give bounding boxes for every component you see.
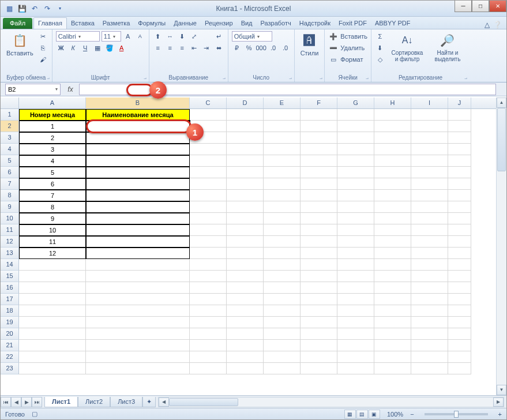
cell[interactable]	[374, 328, 411, 340]
view-pagebreak-button[interactable]: ▣	[369, 410, 380, 419]
cell[interactable]	[86, 213, 190, 224]
cell[interactable]	[86, 201, 190, 213]
cell[interactable]	[301, 340, 337, 351]
format-cells-icon[interactable]: ▭	[328, 54, 339, 65]
cell[interactable]	[227, 247, 264, 259]
cell[interactable]	[374, 340, 411, 351]
row-header[interactable]: 20	[1, 328, 19, 340]
cell[interactable]	[448, 144, 471, 155]
tab-review[interactable]: Рецензир	[201, 18, 237, 29]
find-select-button[interactable]: 🔎 Найти и выделить	[429, 31, 466, 63]
row-header[interactable]: 9	[1, 201, 19, 213]
tab-formulas[interactable]: Формулы	[134, 18, 170, 29]
cell[interactable]	[86, 167, 190, 178]
cell[interactable]	[448, 317, 471, 328]
cell[interactable]	[190, 247, 227, 259]
border-icon[interactable]: ▦	[92, 43, 103, 53]
cell[interactable]	[86, 236, 190, 247]
col-header-b[interactable]: B	[86, 97, 190, 108]
cell[interactable]	[374, 167, 411, 178]
cell[interactable]	[337, 236, 374, 247]
cell[interactable]	[337, 201, 374, 213]
cell[interactable]	[86, 259, 190, 271]
cell[interactable]	[86, 328, 190, 340]
align-center-icon[interactable]: ≡	[165, 43, 175, 53]
cell[interactable]	[411, 236, 448, 247]
cell[interactable]	[301, 190, 337, 201]
cell[interactable]	[411, 132, 448, 144]
cell[interactable]	[448, 190, 471, 201]
grow-font-icon[interactable]: A	[123, 31, 133, 42]
cell[interactable]	[264, 259, 301, 271]
zoom-in-button[interactable]: +	[498, 411, 502, 418]
zoom-value[interactable]: 100%	[387, 411, 403, 418]
copy-icon[interactable]: ⎘	[38, 43, 48, 53]
cell[interactable]	[337, 224, 374, 236]
inc-decimal-icon[interactable]: .0	[268, 43, 279, 53]
cell[interactable]	[411, 351, 448, 363]
cell[interactable]	[411, 155, 448, 167]
cell[interactable]	[227, 132, 264, 144]
cell[interactable]	[190, 167, 227, 178]
cell[interactable]: 4	[19, 155, 86, 167]
cell[interactable]	[190, 282, 227, 294]
cell[interactable]	[86, 155, 190, 167]
insert-cells-label[interactable]: Вставить	[340, 33, 367, 40]
qat-dropdown-icon[interactable]: ▾	[55, 3, 65, 14]
view-layout-button[interactable]: ▤	[356, 410, 368, 419]
cell[interactable]	[301, 167, 337, 178]
comma-icon[interactable]: 000	[256, 43, 266, 53]
shrink-font-icon[interactable]: A	[135, 31, 145, 42]
scroll-right-button[interactable]: ▶	[493, 397, 504, 407]
cell[interactable]	[411, 317, 448, 328]
cell[interactable]	[264, 213, 301, 224]
cell[interactable]	[374, 224, 411, 236]
cell[interactable]	[374, 271, 411, 282]
cell[interactable]	[190, 190, 227, 201]
cell[interactable]	[374, 201, 411, 213]
cell[interactable]	[190, 144, 227, 155]
cell[interactable]	[264, 167, 301, 178]
row-header[interactable]: 8	[1, 190, 19, 201]
dec-decimal-icon[interactable]: .0	[280, 43, 291, 53]
row-header[interactable]: 15	[1, 271, 19, 282]
cell[interactable]	[337, 213, 374, 224]
cell[interactable]	[301, 109, 337, 121]
redo-icon[interactable]: ↷	[42, 3, 52, 14]
row-header[interactable]: 12	[1, 236, 19, 247]
cell[interactable]	[19, 271, 86, 282]
cell[interactable]	[227, 213, 264, 224]
cell[interactable]	[411, 121, 448, 132]
cell[interactable]: 12	[19, 247, 86, 259]
cell[interactable]	[374, 155, 411, 167]
cell[interactable]	[190, 363, 227, 374]
cell[interactable]	[264, 317, 301, 328]
delete-cells-icon[interactable]: ➖	[328, 43, 339, 53]
format-cells-label[interactable]: Формат	[340, 56, 363, 63]
delete-cells-label[interactable]: Удалить	[340, 44, 365, 51]
cell[interactable]: 8	[19, 201, 86, 213]
sheet-tab-2[interactable]: Лист2	[78, 397, 110, 407]
cell[interactable]	[190, 121, 227, 132]
cell[interactable]	[301, 213, 337, 224]
tab-abbyy[interactable]: ABBYY PDF	[371, 18, 415, 29]
cell[interactable]	[301, 224, 337, 236]
cell[interactable]	[86, 294, 190, 305]
cell[interactable]	[411, 190, 448, 201]
cell[interactable]	[264, 109, 301, 121]
cell[interactable]	[190, 224, 227, 236]
cell[interactable]	[86, 351, 190, 363]
cell[interactable]	[264, 224, 301, 236]
font-size-combo[interactable]: 11▾	[102, 31, 121, 42]
cell[interactable]	[264, 328, 301, 340]
cell[interactable]	[190, 178, 227, 190]
row-header[interactable]: 2	[1, 121, 19, 132]
cell[interactable]	[411, 294, 448, 305]
align-middle-icon[interactable]: ↔	[165, 31, 175, 42]
cell[interactable]	[448, 247, 471, 259]
minimize-ribbon-icon[interactable]: △	[485, 21, 490, 29]
cell[interactable]	[190, 328, 227, 340]
new-sheet-button[interactable]: ✦	[142, 397, 156, 407]
cell[interactable]	[227, 167, 264, 178]
cell[interactable]	[86, 282, 190, 294]
